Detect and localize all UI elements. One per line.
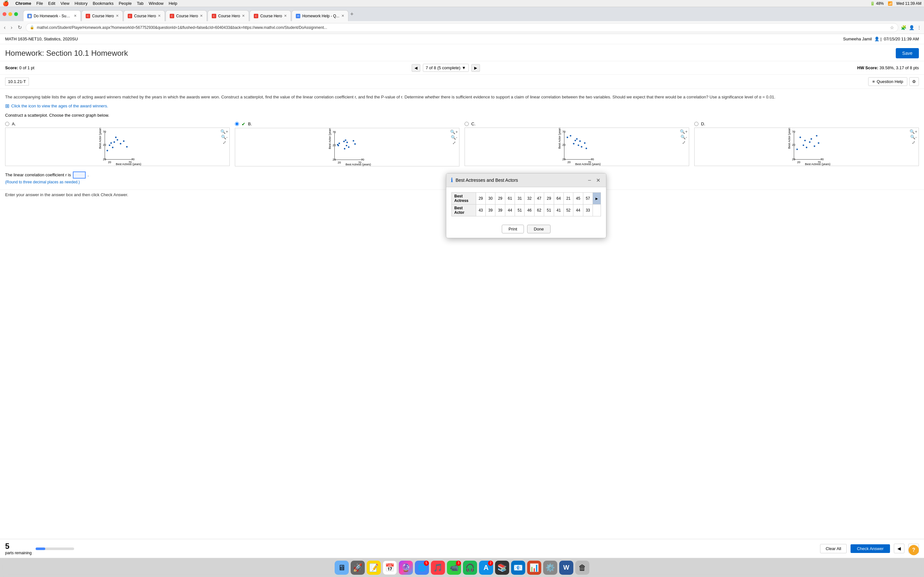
option-d-radio[interactable]	[694, 122, 698, 126]
extensions-button[interactable]: 🧩	[901, 25, 906, 30]
actress-val-4: 61	[505, 193, 515, 205]
menu-history[interactable]: History	[74, 1, 87, 6]
page-content: MATH 1635-NET10, Statistics, 2020SU Sume…	[0, 34, 924, 547]
check-answer-button[interactable]: Check Answer	[851, 544, 890, 547]
bookmark-icon[interactable]: ☆	[890, 25, 894, 30]
close-window-button[interactable]	[3, 12, 6, 16]
tab-close-2[interactable]: ✕	[116, 14, 119, 18]
modal-footer: Print Done	[446, 221, 606, 238]
maximize-window-button[interactable]	[14, 12, 18, 16]
tab-4[interactable]: C Course Hero ✕	[166, 10, 207, 21]
actress-val-11: 45	[573, 193, 583, 205]
question-nav-text: 7 of 8 (5 complete)	[426, 65, 460, 70]
table-row-actor: Best Actor 43 39 39 44 51 46 62 51 41 52…	[452, 205, 601, 216]
forward-button[interactable]: ›	[9, 23, 13, 32]
svg-text:20: 20	[108, 161, 111, 164]
tab-favicon-6: C	[254, 14, 258, 18]
score-display: Score: 0 of 1 pt	[5, 65, 34, 70]
done-button[interactable]: Done	[527, 225, 551, 234]
print-button[interactable]: Print	[502, 225, 524, 234]
menu-help[interactable]: Help	[169, 1, 178, 6]
next-question-button[interactable]: ▶	[471, 64, 480, 72]
scatter-plot-a: 🔍+ 🔍- ⤢ 20 70 70 20 20 70 Best Actress (…	[5, 127, 230, 166]
zoom-in-a[interactable]: 🔍+	[220, 129, 228, 134]
question-help-button[interactable]: ≡ Question Help	[868, 77, 907, 86]
svg-text:Best Actress (years): Best Actress (years)	[575, 163, 601, 166]
expand-b[interactable]: ⤢	[450, 140, 458, 145]
menu-bar-right: 🔋 48% 📶 Wed 11:39 AM	[870, 1, 921, 6]
prev-question-button[interactable]: ◀	[412, 64, 420, 72]
tab-close-6[interactable]: ✕	[284, 14, 287, 18]
menu-people[interactable]: People	[119, 1, 132, 6]
menu-button[interactable]: ⋮	[917, 25, 921, 30]
plot-c-icons: 🔍+ 🔍- ⤢	[680, 129, 688, 145]
tab-close-7[interactable]: ✕	[341, 14, 344, 18]
zoom-in-b[interactable]: 🔍+	[450, 129, 458, 134]
hw-title: Homework: Section 10.1 Homework	[5, 49, 128, 58]
option-b-radio[interactable]	[235, 122, 239, 126]
zoom-out-d[interactable]: 🔍-	[909, 135, 917, 139]
new-tab-button[interactable]: +	[349, 11, 355, 18]
svg-text:70: 70	[562, 130, 565, 133]
menu-chrome[interactable]: Chrome	[15, 1, 31, 6]
tab-6[interactable]: C Course Hero ✕	[250, 10, 291, 21]
actor-val-10: 52	[564, 205, 573, 216]
parts-remaining: 5 parts remaining	[5, 542, 32, 547]
icon-table-link[interactable]: ⊞ Click the icon to view the ages of the…	[5, 103, 919, 109]
plot-b-svg: 20 70 70 20 20 70 Best Actress (years) B…	[235, 128, 459, 166]
zoom-in-c[interactable]: 🔍+	[680, 129, 688, 134]
zoom-out-a[interactable]: 🔍-	[220, 135, 228, 139]
svg-point-34	[344, 148, 346, 149]
menu-edit[interactable]: Edit	[48, 1, 55, 6]
svg-point-38	[348, 146, 349, 148]
url-text: mathxl.com/Student/PlayerHomework.aspx?h…	[37, 25, 887, 30]
expand-a[interactable]: ⤢	[220, 140, 228, 145]
parts-number: 5	[5, 542, 32, 547]
bottom-prev-button[interactable]: ◀	[894, 544, 905, 547]
actress-val-2: 30	[486, 193, 495, 205]
apple-menu[interactable]: 🍎	[3, 0, 9, 6]
option-a-text: A.	[12, 121, 16, 126]
tab-2[interactable]: C Course Hero ✕	[81, 10, 123, 21]
zoom-out-b[interactable]: 🔍-	[450, 135, 458, 140]
menu-file[interactable]: File	[36, 1, 43, 6]
actor-spacer	[593, 205, 601, 216]
back-button[interactable]: ‹	[3, 23, 7, 32]
svg-text:20: 20	[797, 161, 800, 164]
modal-minimize-button[interactable]: –	[587, 177, 592, 183]
menu-view[interactable]: View	[60, 1, 69, 6]
svg-text:Best Actress (years): Best Actress (years)	[116, 163, 141, 166]
omnibar-row: ‹ › ↻ 🔒 mathxl.com/Student/PlayerHomewor…	[0, 21, 924, 34]
clear-all-button[interactable]: Clear All	[820, 544, 846, 547]
menu-window[interactable]: Window	[149, 1, 163, 6]
settings-button[interactable]: ⚙	[909, 77, 919, 86]
tab-active[interactable]: 📋 Do Homework - Sum... ✕	[23, 10, 81, 21]
actress-val-10: 21	[564, 193, 573, 205]
question-nav-display[interactable]: 7 of 8 (5 complete) ▼	[423, 64, 469, 72]
menu-tab[interactable]: Tab	[137, 1, 144, 6]
tab-5[interactable]: C Course Hero ✕	[208, 10, 249, 21]
tab-close-5[interactable]: ✕	[242, 14, 245, 18]
tab-close-4[interactable]: ✕	[200, 14, 203, 18]
actor-val-2: 39	[486, 205, 495, 216]
scroll-indicator[interactable]: ▶	[593, 193, 601, 205]
tab-close-3[interactable]: ✕	[158, 14, 161, 18]
tab-close-1[interactable]: ✕	[74, 14, 77, 18]
profile-button[interactable]: 👤	[909, 25, 914, 30]
datetime: 07/15/20 11:39 AM	[884, 37, 919, 41]
tab-7[interactable]: H Homework Help - Q... ✕	[292, 10, 348, 21]
minimize-window-button[interactable]	[8, 12, 12, 16]
address-bar[interactable]: 🔒 mathxl.com/Student/PlayerHomework.aspx…	[26, 23, 898, 32]
save-button[interactable]: Save	[896, 48, 919, 58]
option-a-radio[interactable]	[5, 122, 9, 126]
tab-3[interactable]: C Course Hero ✕	[124, 10, 165, 21]
menu-bookmarks[interactable]: Bookmarks	[93, 1, 113, 6]
reload-button[interactable]: ↻	[16, 23, 23, 32]
modal-close-button[interactable]: ✕	[595, 177, 602, 183]
option-c-radio[interactable]	[465, 122, 469, 126]
expand-d[interactable]: ⤢	[909, 140, 917, 145]
zoom-in-d[interactable]: 🔍+	[909, 129, 917, 134]
expand-c[interactable]: ⤢	[680, 140, 688, 145]
zoom-out-c[interactable]: 🔍-	[680, 135, 688, 139]
correlation-input[interactable]	[73, 171, 86, 179]
